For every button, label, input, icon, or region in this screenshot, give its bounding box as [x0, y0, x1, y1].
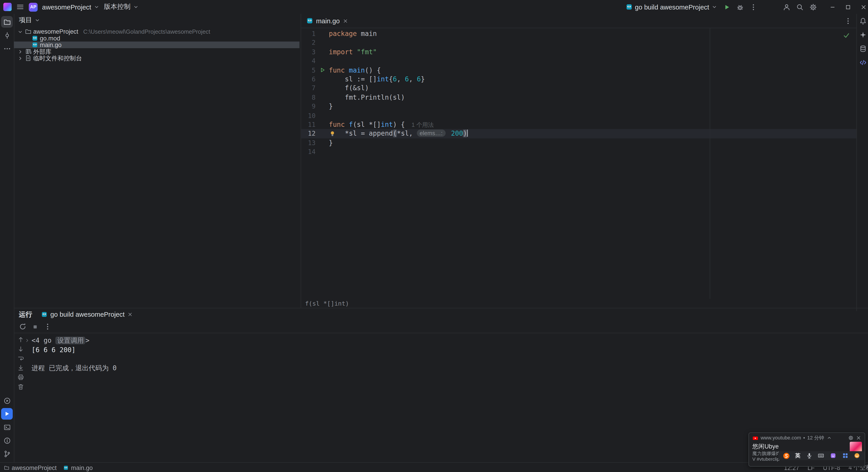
- line-number[interactable]: 1: [301, 29, 315, 38]
- close-button[interactable]: [856, 0, 868, 14]
- line-number[interactable]: 3: [301, 48, 315, 57]
- code-line[interactable]: 3import "fmt": [301, 48, 857, 57]
- project-menu[interactable]: awesomeProject: [42, 0, 99, 14]
- scroll-to-end-icon[interactable]: [17, 364, 24, 371]
- emoji-icon[interactable]: [830, 452, 836, 459]
- main-menu-icon[interactable]: [16, 3, 24, 11]
- code-line[interactable]: 9}: [301, 102, 857, 111]
- project-tree-item[interactable]: awesomeProjectC:\Users\meowl\GolandProje…: [14, 28, 300, 35]
- editor-tab-bar: main.go: [301, 14, 857, 28]
- project-tree-item[interactable]: main.go: [14, 41, 300, 48]
- line-number[interactable]: 5: [301, 66, 315, 74]
- code-line[interactable]: 13}: [301, 138, 857, 147]
- notification-close-icon[interactable]: [856, 435, 861, 441]
- collapse-chevron-icon[interactable]: [827, 435, 832, 441]
- toolbox-icon[interactable]: [842, 452, 848, 459]
- line-number[interactable]: 4: [301, 57, 315, 66]
- project-tool-button[interactable]: [1, 16, 13, 28]
- status-project-widget[interactable]: awesomeProject: [4, 464, 57, 471]
- clear-console-icon[interactable]: [17, 383, 24, 390]
- keyboard-icon[interactable]: [818, 452, 825, 459]
- documentation-icon[interactable]: [859, 59, 867, 66]
- line-number[interactable]: 12: [301, 129, 315, 138]
- line-number[interactable]: 9: [301, 102, 315, 111]
- arrow-down-icon[interactable]: [17, 345, 24, 353]
- search-everywhere-button[interactable]: [796, 3, 804, 11]
- debug-button[interactable]: [736, 3, 744, 11]
- project-avatar[interactable]: AP: [29, 2, 37, 11]
- problems-tool-button[interactable]: [1, 435, 13, 446]
- tab-main-go[interactable]: main.go: [301, 14, 353, 28]
- code-line[interactable]: 5func main() {: [301, 66, 857, 74]
- skin-icon[interactable]: [854, 452, 860, 459]
- more-actions-button[interactable]: [749, 3, 757, 11]
- database-icon[interactable]: [859, 45, 867, 53]
- line-number[interactable]: 10: [301, 111, 315, 120]
- vcs-tool-button[interactable]: [1, 448, 13, 459]
- project-tree-item[interactable]: go.mod: [14, 35, 300, 41]
- console-fold-chip[interactable]: 设置调用: [56, 337, 86, 344]
- line-number[interactable]: 14: [301, 147, 315, 156]
- status-file-widget[interactable]: main.go: [63, 464, 93, 471]
- line-number[interactable]: 7: [301, 84, 315, 93]
- sogou-icon[interactable]: [782, 452, 790, 459]
- ime-language-toggle[interactable]: 英: [795, 452, 800, 459]
- more-tools-button[interactable]: [1, 43, 13, 54]
- run-tool-button[interactable]: [1, 408, 13, 419]
- stop-button[interactable]: [32, 323, 39, 330]
- code-line[interactable]: 11func f(sl *[]int) {1 个用法: [301, 120, 857, 129]
- run-button[interactable]: [723, 3, 731, 11]
- usages-inlay-hint[interactable]: 1 个用法: [411, 121, 434, 128]
- maximize-button[interactable]: [840, 0, 856, 14]
- code-line[interactable]: 14: [301, 147, 857, 156]
- run-config-selector[interactable]: go build awesomeProject: [625, 3, 717, 11]
- line-number[interactable]: 13: [301, 138, 315, 147]
- browser-notification-popup[interactable]: www.youtube.com • 12 分钟 悠闲Ubye 魔力旗娜爆炸 | …: [748, 433, 865, 467]
- terminal-icon: [3, 423, 11, 431]
- code-line[interactable]: 4: [301, 57, 857, 66]
- code-line[interactable]: 12*sl = append(*sl, elems…: 200): [301, 129, 857, 138]
- code-line[interactable]: 7 f(&sl): [301, 84, 857, 93]
- project-tree-item[interactable]: 外部库: [14, 48, 300, 55]
- project-tree-item[interactable]: 临时文件和控制台: [14, 55, 300, 61]
- tab-close-icon[interactable]: [342, 18, 348, 24]
- code-line[interactable]: 6 sl := []int{6, 6, 6}: [301, 74, 857, 84]
- run-line-icon[interactable]: [319, 67, 325, 73]
- ai-assistant-icon[interactable]: [859, 31, 867, 39]
- rerun-button[interactable]: [19, 323, 26, 331]
- run-tab-close-icon[interactable]: [127, 312, 133, 317]
- tab-options-icon[interactable]: [844, 17, 852, 25]
- arrow-up-icon[interactable]: [17, 336, 24, 343]
- code-line[interactable]: 8 fmt.Println(sl): [301, 93, 857, 102]
- user-button[interactable]: [783, 3, 790, 11]
- commit-tool-button[interactable]: [1, 29, 13, 41]
- settings-button[interactable]: [809, 3, 817, 11]
- project-panel-header[interactable]: 项目: [14, 14, 300, 26]
- line-number[interactable]: 6: [301, 74, 315, 84]
- vcs-menu[interactable]: 版本控制: [104, 0, 139, 14]
- intention-bulb-icon[interactable]: [329, 129, 345, 138]
- code-line[interactable]: 2: [301, 38, 857, 48]
- print-icon[interactable]: [17, 374, 24, 381]
- console-fold-icon[interactable]: [24, 338, 30, 343]
- code-line[interactable]: 1package main: [301, 29, 857, 38]
- code-line[interactable]: 10: [301, 111, 857, 120]
- services-tool-button[interactable]: [1, 395, 13, 406]
- code-editor[interactable]: 1package main23import "fmt"45func main()…: [301, 28, 857, 299]
- soft-wrap-icon[interactable]: [17, 355, 24, 362]
- minimize-button[interactable]: [825, 0, 840, 14]
- notification-settings-icon[interactable]: [848, 435, 854, 441]
- notification-time: 12 分钟: [807, 434, 824, 441]
- line-number[interactable]: 2: [301, 38, 315, 48]
- mic-icon[interactable]: [806, 452, 812, 459]
- terminal-tool-button[interactable]: [1, 421, 13, 433]
- run-more-options-icon[interactable]: [43, 323, 51, 331]
- line-number[interactable]: 8: [301, 93, 315, 102]
- line-number[interactable]: 11: [301, 120, 315, 129]
- console-output[interactable]: <4 go 设置调用>[6 6 6 200]进程 已完成，退出代码为 0: [14, 333, 868, 464]
- editor-breadcrumb[interactable]: f(sl *[]int): [301, 299, 857, 308]
- console-line: 进程 已完成，退出代码为 0: [32, 364, 868, 373]
- run-tab[interactable]: go build awesomeProject: [41, 311, 133, 318]
- notifications-bell-icon[interactable]: [859, 17, 867, 25]
- inspections-ok-icon[interactable]: [842, 32, 850, 39]
